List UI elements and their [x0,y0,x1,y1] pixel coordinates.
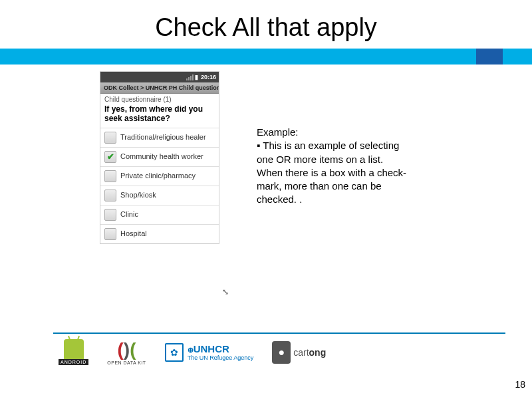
option-label: Hospital [120,229,147,238]
accent-bar [0,49,532,65]
question-text: If yes, from where did you seek assistan… [100,103,219,128]
status-time: 20:16 [201,74,216,80]
unhcr-logo: ✿ ⊕UNHCR The UN Refugee Agency [165,343,254,362]
checkbox[interactable] [104,151,116,163]
option-label: Clinic [120,210,138,219]
example-heading: Example: [257,126,416,139]
cartong-logo: ● cartong [272,341,326,364]
option-label: Traditional/religious healer [120,133,206,142]
android-icon [64,339,84,359]
accent-block [476,49,503,65]
option-row[interactable]: Shop/kiosk [100,186,219,205]
footer-logos: ANDROID ()( OPEN DATA KIT ✿ ⊕UNHCR The U… [59,339,326,365]
checkbox[interactable] [104,209,116,221]
option-label: Shop/kiosk [120,191,156,200]
odk-icon: ()( [117,339,136,360]
checkbox[interactable] [104,190,116,201]
example-bullet: ▪ This is an example of selecting one OR… [257,140,399,164]
form-subtitle: Child questionnaire (1) [100,94,219,103]
footer-divider [53,332,505,334]
options-list: Traditional/religious healerCommunity he… [100,128,219,243]
option-row[interactable]: Clinic [100,205,219,224]
option-row[interactable]: Hospital [100,224,219,243]
option-row[interactable]: Traditional/religious healer [100,128,219,147]
status-icons: ▮ [186,74,198,80]
option-row[interactable]: Community health worker [100,147,219,166]
breadcrumb: ODK Collect > UNHCR PH Child questionnai… [100,82,219,94]
android-label: ANDROID [59,359,88,365]
checkbox[interactable] [104,170,116,182]
signal-icon [186,74,194,80]
cartong-label: cartong [293,347,326,358]
unhcr-tagline: The UN Refugee Agency [188,354,254,361]
option-label: Community health worker [120,152,203,161]
checkbox[interactable] [104,228,116,240]
option-label: Private clinic/pharmacy [120,172,196,180]
example-line2: When there is a box with a check-mark, m… [257,167,406,205]
cartong-icon: ● [272,341,291,364]
battery-icon: ▮ [195,74,198,80]
phone-statusbar: ▮ 20:16 [100,72,219,82]
unhcr-icon: ✿ [165,343,184,362]
resize-handle-icon: ⤡ [222,287,229,297]
android-logo: ANDROID [59,339,88,365]
slide-title: Check All that apply [0,0,532,49]
checkbox[interactable] [104,132,116,144]
option-row[interactable]: Private clinic/pharmacy [100,166,219,186]
unhcr-name: ⊕UNHCR [188,343,254,354]
page-number: 18 [515,379,525,390]
odk-label: OPEN DATA KIT [107,360,146,365]
phone-mockup: ▮ 20:16 ODK Collect > UNHCR PH Child que… [100,71,219,244]
odk-logo: ()( OPEN DATA KIT [107,339,146,365]
example-text: Example: ▪ This is an example of selecti… [257,71,416,244]
